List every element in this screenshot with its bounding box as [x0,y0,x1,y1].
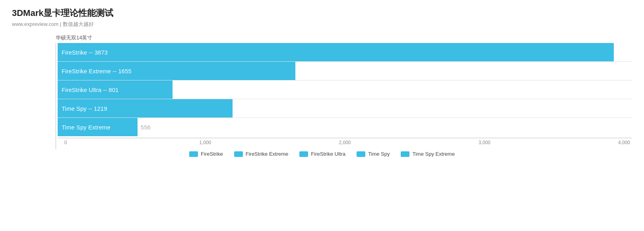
legend-item: FireStrike Ultra [299,151,345,157]
bars-and-xaxis: FireStrike -- 3873FireStrike Extreme -- … [58,43,632,149]
legend-item: Time Spy Extreme [401,151,454,157]
legend-color-box [357,151,365,157]
chart-body: FireStrike -- 3873FireStrike Extreme -- … [12,43,632,149]
x-axis: 01,0002,0003,0004,000 [58,138,632,145]
bar-row: Time Spy Extreme556 [58,117,632,136]
legend-label: Time Spy [368,151,390,157]
legend-item: Time Spy [357,151,390,157]
bar-wrapper: FireStrike Ultra -- 801 [58,80,632,99]
legend-color-box [299,151,308,157]
bar-label: Time Spy -- 1219 [62,105,107,112]
bar-row: Time Spy -- 1219 [58,99,632,117]
bar-label: FireStrike -- 3873 [62,49,108,56]
chart-subtitle: www.expreview.com | 数值越大越好 [12,21,632,28]
bar-value-outside: 556 [141,124,151,131]
chart-title: 3DMark显卡理论性能测试 [12,7,632,19]
legend: FireStrikeFireStrike ExtremeFireStrike U… [12,151,632,157]
y-axis-line [56,43,56,149]
page-container: 3DMark显卡理论性能测试 www.expreview.com | 数值越大越… [12,7,632,157]
bar-firestrikeultra: FireStrike Ultra -- 801 [58,80,173,99]
legend-item: FireStrike Extreme [234,151,289,157]
bar-firestrikeextreme: FireStrike Extreme -- 1655 [58,62,295,80]
bar-firestrike: FireStrike -- 3873 [58,43,614,61]
bar-row: FireStrike -- 3873 [58,43,632,61]
x-tick: 4,000 [616,140,632,145]
legend-label: Time Spy Extreme [412,151,454,157]
legend-color-box [401,151,409,157]
x-tick: 3,000 [477,140,493,145]
bar-wrapper: Time Spy -- 1219 [58,99,632,117]
legend-color-box [234,151,243,157]
bar-label: FireStrike Ultra -- 801 [62,86,118,93]
bar-wrapper: FireStrike Extreme -- 1655 [58,62,632,80]
chart-area: 华硕无双14英寸 FireStrike -- 3873FireStrike Ex… [12,34,632,157]
bar-row: FireStrike Ultra -- 801 [58,80,632,99]
bar-wrapper: FireStrike -- 3873 [58,43,632,61]
bar-timespyextreme: Time Spy Extreme [58,118,138,136]
bars-container: FireStrike -- 3873FireStrike Extreme -- … [58,43,632,138]
legend-item: FireStrike [189,151,223,157]
legend-color-box [189,151,198,157]
bar-row: FireStrike Extreme -- 1655 [58,61,632,80]
legend-label: FireStrike Extreme [246,151,289,157]
x-tick: 0 [58,140,74,145]
legend-label: FireStrike Ultra [311,151,345,157]
bar-wrapper: Time Spy Extreme556 [58,118,632,136]
x-tick: 1,000 [197,140,213,145]
bar-timespy: Time Spy -- 1219 [58,99,233,117]
device-label: 华硕无双14英寸 [56,34,632,41]
bar-label: Time Spy Extreme [62,124,111,131]
bar-label: FireStrike Extreme -- 1655 [62,68,132,74]
x-tick: 2,000 [337,140,353,145]
legend-label: FireStrike [201,151,223,157]
